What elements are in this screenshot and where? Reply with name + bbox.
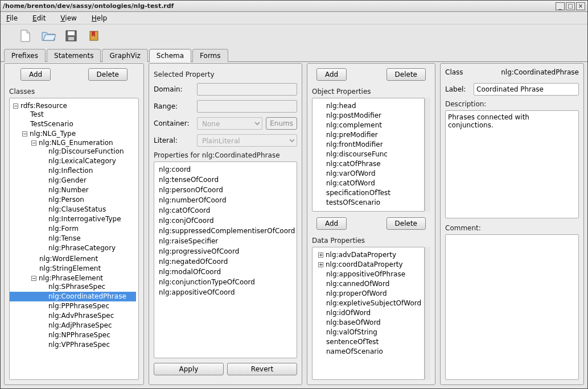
bookmark-icon[interactable] bbox=[86, 28, 102, 44]
menu-help[interactable]: Help bbox=[89, 13, 109, 23]
apply-button[interactable]: Apply bbox=[154, 363, 224, 375]
revert-button[interactable]: Revert bbox=[227, 363, 297, 375]
maximize-icon[interactable]: □ bbox=[566, 2, 575, 10]
tree-node[interactable]: specificationOfTest bbox=[326, 189, 390, 197]
tree-node[interactable]: nlg:Gender bbox=[48, 176, 87, 184]
tree-node[interactable]: rdfs:Resource bbox=[20, 102, 67, 110]
tree-node[interactable]: nlg:coordDataProperty bbox=[326, 260, 403, 268]
tree-node[interactable]: nlg:PPPhraseSpec bbox=[48, 302, 109, 310]
tree-node[interactable]: nlg:CoordinatedPhrase bbox=[48, 292, 126, 300]
object-properties-tree[interactable]: nlg:headnlg:postModifiernlg:complementnl… bbox=[312, 98, 425, 212]
property-item[interactable]: nlg:modalOfCoord bbox=[157, 267, 294, 277]
description-textarea[interactable]: Phrases connected with conjunctions. bbox=[445, 110, 579, 218]
property-item[interactable]: nlg:suppressedComplementiserOfCoord bbox=[157, 226, 294, 236]
tab-graphviz[interactable]: GraphViz bbox=[102, 49, 147, 62]
tree-node[interactable]: sentenceOfTest bbox=[326, 338, 379, 346]
tree-node[interactable]: nlg:NLG_Type bbox=[30, 130, 76, 138]
enums-button[interactable]: Enums bbox=[266, 117, 297, 130]
property-item[interactable]: nlg:personOfCoord bbox=[157, 185, 294, 195]
classes-delete-button[interactable]: Delete bbox=[88, 68, 128, 81]
tree-node[interactable]: nlg:StringElement bbox=[39, 264, 101, 272]
tree-node[interactable]: nlg:frontModifier bbox=[326, 140, 383, 148]
tree-toggle-icon[interactable]: − bbox=[31, 276, 36, 281]
tree-node[interactable]: nlg:varOfWord bbox=[326, 169, 376, 177]
tab-prefixes[interactable]: Prefixes bbox=[4, 49, 46, 62]
tree-toggle-icon[interactable]: + bbox=[318, 253, 323, 258]
comment-textarea[interactable] bbox=[445, 234, 579, 380]
property-item[interactable]: nlg:tenseOfCoord bbox=[157, 175, 294, 185]
tree-node[interactable]: nlg:idOfWord bbox=[326, 309, 371, 317]
scrollbar[interactable] bbox=[425, 98, 430, 212]
tree-node[interactable]: nlg:cannedOfWord bbox=[326, 280, 389, 288]
tree-node[interactable]: nlg:properOfWord bbox=[326, 289, 387, 297]
tree-node[interactable]: nlg:PhraseElement bbox=[39, 274, 103, 282]
label-input[interactable] bbox=[474, 83, 579, 96]
tree-node[interactable]: nlg:SPhraseSpec bbox=[48, 283, 105, 291]
tree-node[interactable]: nlg:head bbox=[326, 102, 356, 110]
open-file-icon[interactable] bbox=[40, 28, 56, 44]
minimize-icon[interactable]: _ bbox=[556, 2, 565, 10]
tree-node[interactable]: nlg:Form bbox=[48, 225, 79, 233]
data-properties-tree[interactable]: +nlg:advDataProperty+nlg:coordDataProper… bbox=[312, 247, 425, 380]
tab-forms[interactable]: Forms bbox=[192, 49, 228, 62]
dataprops-delete-button[interactable]: Delete bbox=[386, 217, 426, 230]
tree-node[interactable]: nameOfScenario bbox=[326, 347, 383, 355]
property-item[interactable]: nlg:progressiveOfCoord bbox=[157, 246, 294, 256]
tree-node[interactable]: nlg:LexicalCategory bbox=[48, 157, 116, 165]
tree-node[interactable]: nlg:ClauseStatus bbox=[48, 205, 106, 213]
tree-node[interactable]: TestScenario bbox=[30, 120, 73, 128]
menu-edit[interactable]: Edit bbox=[30, 13, 48, 23]
tree-node[interactable]: nlg:Inflection bbox=[48, 167, 93, 175]
tree-node[interactable]: testsOfScenario bbox=[326, 198, 380, 206]
tree-node[interactable]: nlg:discourseFunc bbox=[326, 150, 388, 158]
tree-node[interactable]: nlg:Tense bbox=[48, 234, 81, 242]
objprops-delete-button[interactable]: Delete bbox=[386, 68, 426, 81]
tree-node[interactable]: nlg:AdvPhraseSpec bbox=[48, 312, 114, 320]
literal-select[interactable]: PlainLiteral bbox=[197, 134, 297, 147]
tree-node[interactable]: nlg:NLG_Enumeration bbox=[39, 139, 113, 147]
properties-list[interactable]: nlg:coordnlg:tenseOfCoordnlg:personOfCoo… bbox=[154, 162, 297, 358]
property-item[interactable]: nlg:appositiveOfCoord bbox=[157, 287, 294, 297]
tree-node[interactable]: Test bbox=[30, 110, 44, 118]
tree-node[interactable]: nlg:NPPhraseSpec bbox=[48, 331, 110, 339]
classes-tree[interactable]: −rdfs:Resource Test TestScenario −nlg:NL… bbox=[9, 98, 139, 380]
tab-statements[interactable]: Statements bbox=[47, 49, 101, 62]
save-file-icon[interactable] bbox=[63, 28, 79, 44]
menu-file[interactable]: File bbox=[4, 13, 20, 23]
tree-node[interactable]: nlg:InterrogativeType bbox=[48, 215, 121, 223]
tree-node[interactable]: nlg:VPPhraseSpec bbox=[48, 341, 110, 349]
tree-toggle-icon[interactable]: − bbox=[13, 104, 18, 109]
tree-node[interactable]: nlg:appositiveOfPhrase bbox=[326, 270, 405, 278]
tree-node[interactable]: nlg:advDataProperty bbox=[326, 251, 396, 259]
container-select[interactable]: None bbox=[197, 117, 262, 130]
new-file-icon[interactable] bbox=[18, 28, 34, 44]
objprops-add-button[interactable]: Add bbox=[316, 68, 347, 81]
tree-node[interactable]: nlg:baseOfWord bbox=[326, 318, 381, 326]
tree-node[interactable]: nlg:valOfString bbox=[326, 328, 377, 336]
menu-view[interactable]: View bbox=[58, 13, 79, 23]
tab-schema[interactable]: Schema bbox=[149, 49, 191, 62]
tree-node[interactable]: nlg:catOfWord bbox=[326, 179, 375, 187]
tree-node[interactable]: nlg:postModifier bbox=[326, 111, 381, 119]
classes-add-button[interactable]: Add bbox=[20, 68, 51, 81]
property-item[interactable]: nlg:coord bbox=[157, 164, 294, 175]
tree-toggle-icon[interactable]: − bbox=[31, 140, 36, 146]
property-item[interactable]: nlg:negatedOfCoord bbox=[157, 256, 294, 267]
close-icon[interactable]: × bbox=[576, 2, 585, 10]
tree-node[interactable]: nlg:preModifier bbox=[326, 131, 378, 139]
tree-node[interactable]: nlg:PhraseCategory bbox=[48, 244, 116, 252]
tree-node[interactable]: nlg:Person bbox=[48, 196, 84, 204]
property-item[interactable]: nlg:catOfCoord bbox=[157, 205, 294, 216]
property-item[interactable]: nlg:raiseSpecifier bbox=[157, 236, 294, 246]
tree-node[interactable]: nlg:AdjPhraseSpec bbox=[48, 321, 112, 329]
property-item[interactable]: nlg:conjunctionTypeOfCoord bbox=[157, 277, 294, 287]
tree-node[interactable]: nlg:DiscourseFunction bbox=[48, 147, 124, 155]
dataprops-add-button[interactable]: Add bbox=[316, 217, 347, 230]
scrollbar[interactable] bbox=[425, 247, 430, 380]
property-item[interactable]: nlg:numberOfCoord bbox=[157, 195, 294, 205]
tree-node[interactable]: nlg:complement bbox=[326, 121, 382, 129]
range-input[interactable] bbox=[197, 100, 297, 113]
tree-toggle-icon[interactable]: − bbox=[22, 131, 27, 136]
tree-toggle-icon[interactable]: + bbox=[318, 262, 323, 267]
tree-node[interactable]: nlg:WordElement bbox=[39, 255, 98, 263]
